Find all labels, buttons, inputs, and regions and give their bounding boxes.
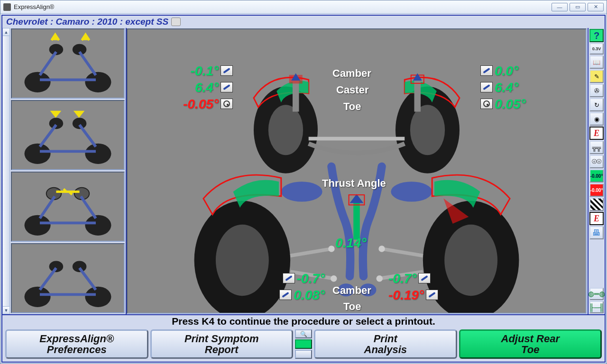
svg-point-17 [268, 105, 303, 155]
pager-current-button[interactable] [295, 339, 312, 348]
procedure-thumb-3[interactable] [11, 172, 125, 242]
rear-right-camber: -0.7° [388, 271, 432, 286]
print-analysis-button[interactable]: Print Analysis [314, 329, 457, 359]
svg-point-12 [25, 287, 51, 307]
svg-rect-26 [309, 137, 405, 141]
steering-wheel-icon [221, 99, 233, 109]
front-right-camber: 0.0° [478, 64, 518, 79]
wrench-icon [480, 82, 493, 92]
softkey-pager: 🔍 [295, 329, 312, 359]
four-wheel-button[interactable]: ⦾⦾ [589, 155, 604, 168]
app-icon [3, 3, 11, 11]
svg-point-37 [444, 225, 497, 296]
svg-point-4 [25, 144, 51, 164]
target-button[interactable]: ◉ [589, 112, 604, 126]
reset-button[interactable]: ↻ [589, 98, 604, 111]
tpms-icon [171, 18, 181, 26]
wrench-icon [426, 290, 438, 300]
svg-point-5 [85, 144, 111, 164]
svg-point-35 [216, 225, 269, 296]
front-caster-label: Caster [336, 84, 368, 96]
front-right-caster: 6.4° [478, 80, 518, 95]
scroll-up-button[interactable]: ▲ [3, 28, 9, 36]
svg-point-38 [328, 246, 335, 252]
svg-point-41 [376, 275, 383, 282]
procedure-thumbnails [10, 28, 126, 314]
steering-button[interactable]: ✇ [589, 84, 604, 97]
rear-left-toe: 0.08° [277, 288, 325, 303]
print-button[interactable]: 🖶 [589, 226, 604, 239]
vehicle-text: Chevrolet : Camaro : 2010 : except SS [6, 17, 168, 27]
front-left-caster: 6.4° [195, 80, 235, 95]
rear-right-toe: -0.19° [388, 288, 440, 303]
scroll-down-button[interactable]: ▼ [3, 306, 9, 314]
svg-rect-21 [414, 80, 421, 112]
vehicle-bar: Chevrolet : Camaro : 2010 : except SS [2, 16, 605, 28]
svg-point-14 [49, 261, 63, 273]
svg-point-6 [49, 118, 63, 129]
help-button[interactable]: ? [589, 29, 604, 42]
rear-axle-icon[interactable]: ◍═◍ [589, 288, 604, 300]
minimize-button[interactable]: — [552, 3, 568, 11]
instruction-text: Press K4 to continue the procedure or se… [172, 316, 435, 327]
svg-point-1 [85, 72, 111, 92]
wrench-icon [480, 65, 493, 76]
svg-point-8 [25, 215, 51, 236]
tool-palette: ? 0.3V 📖 ✎ ✇ ↻ ◉ E ╦╦ ⦾⦾ -0.00° -0.00° E… [588, 28, 605, 314]
wrench-icon [221, 82, 233, 92]
suspension-button[interactable]: ╦╦ [589, 141, 604, 154]
thrust-angle-label: Thrust Angle [322, 177, 386, 190]
window-title: ExpressAlign® [14, 3, 54, 10]
wrench-icon [283, 273, 295, 283]
title-bar: ExpressAlign® — ▭ ✕ [0, 0, 607, 14]
specs-book-button[interactable]: 📖 [589, 55, 604, 69]
chassis-icon[interactable]: ╟─╢ [589, 301, 604, 313]
sidebar-scrollbar[interactable]: ▲ ▼ [2, 28, 10, 314]
front-camber-label: Camber [332, 67, 371, 80]
front-toe-label: Toe [343, 100, 361, 113]
pager-zoom-button[interactable]: 🔍 [295, 329, 312, 338]
svg-point-15 [73, 261, 86, 273]
rear-camber-label: Camber [332, 284, 371, 297]
sensor-voltage-button[interactable]: 0.3V [589, 43, 604, 55]
svg-point-9 [85, 215, 111, 236]
wrench-icon [279, 290, 292, 300]
app-window: ExpressAlign® — ▭ ✕ Chevrolet : Camaro :… [0, 0, 607, 364]
steering-wheel-icon [480, 99, 493, 109]
front-left-toe: -0.05° [183, 97, 235, 112]
alignment-3d-view: Camber Caster Toe -0.1° 6.4° -0.05° 0.0°… [127, 28, 587, 314]
rear-toe-label: Toe [343, 300, 361, 313]
illustrate-adjust-button[interactable]: ✎ [589, 70, 604, 83]
svg-point-39 [331, 275, 337, 282]
positive-tolerance-button[interactable]: -0.00° [589, 169, 604, 182]
wrench-icon [221, 65, 233, 76]
print-symptom-button[interactable]: Print Symptom Report [150, 329, 294, 359]
svg-point-40 [378, 246, 385, 252]
checkered-flag-button[interactable] [589, 198, 604, 211]
svg-point-13 [85, 287, 111, 307]
softkey-row: ExpressAlign® Preferences Print Symptom … [2, 328, 605, 362]
thrust-angle-value: 0.14° [335, 236, 367, 251]
rear-left-camber: -0.7° [281, 271, 325, 286]
svg-rect-20 [293, 80, 299, 112]
pager-next-button[interactable] [295, 350, 312, 359]
front-left-camber: -0.1° [191, 64, 235, 79]
expressalign2-button[interactable]: E [589, 212, 604, 225]
client-area: Chevrolet : Camaro : 2010 : except SS ▲ … [1, 15, 606, 363]
procedure-sidebar: ▲ ▼ [2, 28, 127, 314]
svg-point-28 [391, 182, 432, 201]
adjust-rear-toe-button[interactable]: Adjust Rear Toe [459, 329, 602, 359]
svg-point-27 [281, 182, 322, 201]
svg-point-0 [25, 72, 51, 92]
procedure-thumb-4[interactable] [11, 243, 125, 313]
wrench-icon [418, 273, 431, 283]
close-button[interactable]: ✕ [588, 3, 604, 11]
instruction-bar: Press K4 to continue the procedure or se… [2, 314, 605, 328]
negative-tolerance-button[interactable]: -0.00° [589, 183, 604, 197]
main-row: ▲ ▼ [2, 28, 605, 314]
expressalign-button[interactable]: E [589, 127, 604, 140]
procedure-thumb-1[interactable] [11, 28, 125, 99]
preferences-button[interactable]: ExpressAlign® Preferences [5, 329, 148, 359]
maximize-button[interactable]: ▭ [570, 3, 586, 11]
procedure-thumb-2[interactable] [11, 100, 125, 170]
